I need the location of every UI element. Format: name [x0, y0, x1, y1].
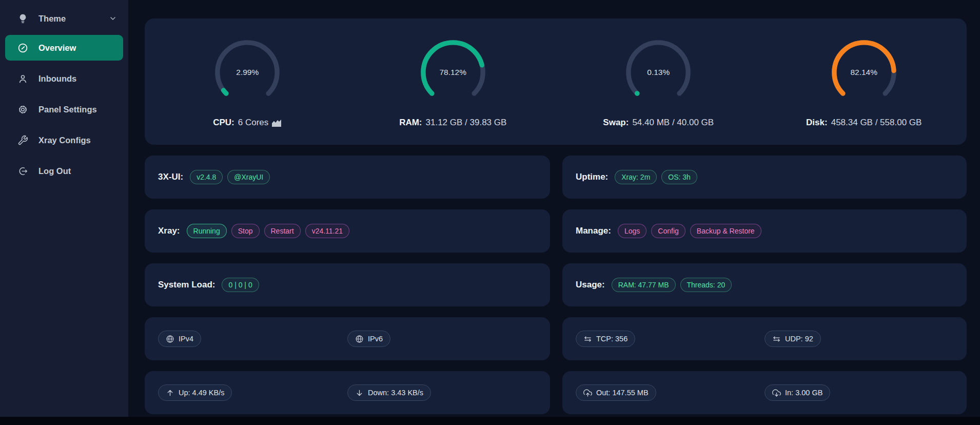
theme-selector[interactable]: Theme: [0, 7, 128, 30]
sidebar: Theme Overview Inbounds Panel Settings: [0, 0, 128, 417]
manage-card: Manage: Logs Config Backup & Restore: [562, 209, 967, 253]
sidebar-item-label: Xray Configs: [38, 136, 91, 145]
logout-icon: [17, 166, 28, 177]
upload-speed-pill: Up: 4.49 KB/s: [158, 384, 232, 401]
xui-version-card: 3X-UI: v2.4.8 @XrayUI: [145, 156, 550, 199]
xray-control-card: Xray: Running Stop Restart v24.11.21: [145, 209, 550, 253]
wrench-icon: [17, 135, 28, 146]
bottom-strip: [0, 417, 980, 425]
cloud-download-icon: [772, 389, 781, 397]
gear-icon: [17, 104, 28, 115]
sidebar-item-label: Inbounds: [38, 74, 76, 84]
theme-label: Theme: [38, 14, 109, 24]
xray-version-button[interactable]: v24.11.21: [305, 224, 349, 238]
uptime-card: Uptime: Xray: 2m OS: 3h: [562, 156, 967, 199]
sidebar-item-overview[interactable]: Overview: [5, 35, 123, 61]
ip-addresses-card: IPv4 IPv6: [145, 317, 550, 360]
connections-card: TCP: 356 UDP: 92: [562, 317, 967, 360]
network-speed-card: Up: 4.49 KB/s Down: 3.43 KB/s: [145, 371, 550, 414]
ram-usage-tag: RAM: 47.77 MB: [612, 278, 676, 292]
traffic-out-pill: Out: 147.55 MB: [576, 384, 656, 401]
chevron-down-icon: [109, 14, 117, 23]
xrayui-telegram-tag[interactable]: @XrayUI: [227, 170, 270, 184]
dashboard-gauge-icon: [17, 43, 28, 53]
arrow-down-icon: [355, 389, 364, 397]
swap-percent: 0.13%: [620, 34, 697, 111]
traffic-in-pill: In: 3.00 GB: [765, 384, 830, 401]
overview-page: Theme Overview Inbounds Panel Settings: [0, 0, 980, 425]
swap-arrows-icon: [772, 335, 781, 343]
cpu-percent: 2.99%: [209, 34, 286, 111]
threads-usage-tag: Threads: 20: [680, 278, 732, 292]
disk-percent: 82.14%: [826, 34, 903, 111]
xray-status-badge: Running: [187, 224, 227, 238]
main-content: 2.99% CPU: 6 Cores 78.12%: [128, 0, 980, 417]
disk-label: Disk: 458.34 GB / 558.00 GB: [806, 118, 922, 128]
download-speed-pill: Down: 3.43 KB/s: [347, 384, 431, 401]
traffic-totals-card: Out: 147.55 MB In: 3.00 GB: [562, 371, 967, 414]
system-load-values-tag: 0 | 0 | 0: [222, 278, 259, 292]
xui-card-label: 3X-UI:: [158, 172, 183, 182]
user-icon: [17, 73, 28, 84]
cpu-history-chart-icon[interactable]: [271, 119, 282, 127]
config-button[interactable]: Config: [651, 224, 685, 238]
sidebar-item-inbounds[interactable]: Inbounds: [5, 66, 123, 91]
swap-arrows-icon: [583, 335, 592, 343]
udp-count-pill: UDP: 92: [765, 331, 821, 347]
os-uptime-tag: OS: 3h: [661, 170, 697, 184]
uptime-card-label: Uptime:: [576, 172, 608, 182]
sidebar-item-logout[interactable]: Log Out: [5, 158, 123, 184]
xray-uptime-tag: Xray: 2m: [615, 170, 657, 184]
xray-restart-button[interactable]: Restart: [264, 224, 301, 238]
system-gauges-card: 2.99% CPU: 6 Cores 78.12%: [145, 18, 967, 145]
manage-card-label: Manage:: [576, 226, 611, 236]
usage-card-label: Usage:: [576, 280, 605, 290]
tcp-count-pill: TCP: 356: [576, 331, 635, 347]
ipv4-pill[interactable]: IPv4: [158, 331, 201, 347]
sidebar-item-label: Log Out: [38, 166, 71, 176]
globe-icon: [166, 335, 174, 343]
backup-restore-button[interactable]: Backup & Restore: [690, 224, 761, 238]
ram-percent: 78.12%: [415, 34, 492, 111]
cloud-upload-icon: [583, 389, 592, 397]
globe-icon: [355, 335, 364, 343]
xui-version-tag[interactable]: v2.4.8: [190, 170, 223, 184]
sidebar-item-label: Overview: [38, 43, 76, 53]
disk-gauge: 82.14% Disk: 458.34 GB / 558.00 GB: [761, 18, 967, 145]
usage-card: Usage: RAM: 47.77 MB Threads: 20: [562, 263, 967, 306]
system-load-card: System Load: 0 | 0 | 0: [145, 263, 550, 306]
sidebar-item-xray-configs[interactable]: Xray Configs: [5, 127, 123, 153]
lightbulb-icon: [17, 13, 28, 24]
ram-label: RAM: 31.12 GB / 39.83 GB: [399, 118, 506, 128]
cpu-label: CPU: 6 Cores: [213, 118, 282, 128]
ram-gauge: 78.12% RAM: 31.12 GB / 39.83 GB: [350, 18, 556, 145]
logs-button[interactable]: Logs: [618, 224, 646, 238]
swap-gauge: 0.13% Swap: 54.40 MB / 40.00 GB: [556, 18, 761, 145]
ipv6-pill[interactable]: IPv6: [347, 331, 390, 347]
cpu-gauge: 2.99% CPU: 6 Cores: [145, 18, 350, 145]
xray-card-label: Xray:: [158, 226, 180, 236]
sidebar-item-panel-settings[interactable]: Panel Settings: [5, 96, 123, 122]
xray-stop-button[interactable]: Stop: [231, 224, 260, 238]
system-load-label: System Load:: [158, 280, 215, 290]
swap-label: Swap: 54.40 MB / 40.00 GB: [603, 118, 714, 128]
sidebar-item-label: Panel Settings: [38, 105, 97, 114]
arrow-up-icon: [166, 389, 174, 397]
